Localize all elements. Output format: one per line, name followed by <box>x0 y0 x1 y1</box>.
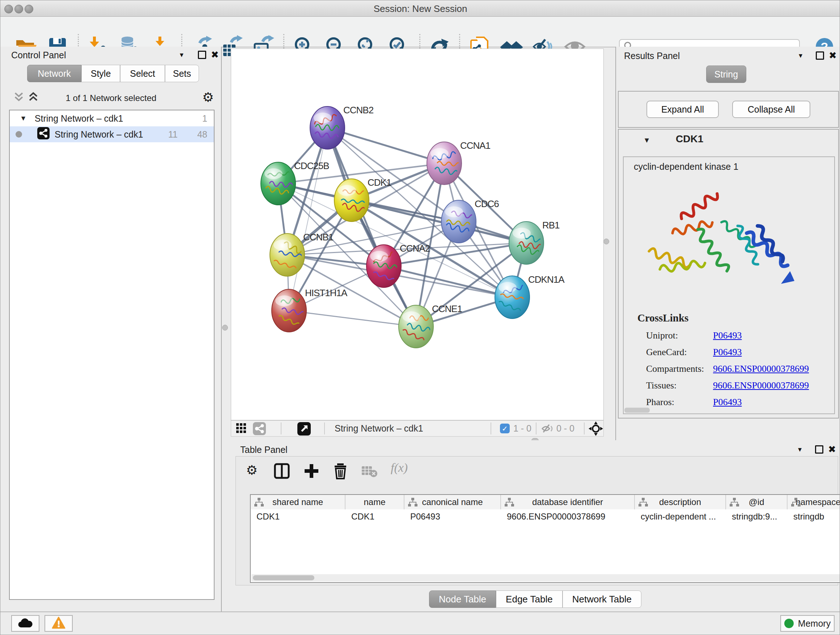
memory-label: Memory <box>798 618 831 629</box>
expand-all-button[interactable]: Expand All <box>646 101 719 118</box>
node-label-CDKN1A: CDKN1A <box>528 274 565 285</box>
network-node-CCNB1[interactable]: CCNB1 <box>270 232 333 276</box>
crosslink-row: Pharos:P06493 <box>646 394 831 410</box>
tab-string[interactable]: String <box>706 65 746 83</box>
crosslink-row: Uniprot:P06493 <box>646 327 831 344</box>
node-label-HIST1H1A: HIST1H1A <box>305 287 347 298</box>
panel-float-icon[interactable] <box>816 51 824 60</box>
string-network-graph[interactable]: CCNB2CCNA1CDC25BCDK1CDC6RB1CCNB1CCNA2CDK… <box>231 49 603 420</box>
table-horizontal-scrollbar[interactable] <box>251 574 840 581</box>
hidden-items-icon[interactable] <box>542 423 554 435</box>
tab-sets[interactable]: Sets <box>165 65 199 82</box>
tab-node-table[interactable]: Node Table <box>429 591 496 608</box>
application-window: Session: New Session ? Control Panel <box>0 0 840 635</box>
network-node-HIST1H1A[interactable]: HIST1H1A <box>272 287 347 332</box>
warning-status-button[interactable] <box>44 615 73 632</box>
tab-select[interactable]: Select <box>120 65 165 82</box>
uniprot-link[interactable]: P06493 <box>713 330 742 341</box>
tree-column-icon <box>729 498 739 507</box>
tab-network[interactable]: Network <box>27 65 81 82</box>
collapse-all-button[interactable]: Collapse All <box>732 101 810 118</box>
protein-detail-box: cyclin-dependent kinase 1 CrossLinks Uni… <box>623 157 835 414</box>
column-header-database-identifier[interactable]: database identifier <box>501 495 635 509</box>
column-header-namespace[interactable]: namespace <box>788 495 840 509</box>
add-column-icon[interactable] <box>303 463 320 479</box>
collection-count: 1 <box>202 113 207 124</box>
network-node-CCNE1[interactable]: CCNE1 <box>399 303 462 348</box>
network-status-dot <box>16 131 22 138</box>
table-container: ⚙ f(x) shared namenamecanonical namedata… <box>235 456 838 585</box>
pharos-link[interactable]: P06493 <box>713 397 742 408</box>
crosslink-row: Tissues:9606.ENSP00000378699 <box>646 377 831 394</box>
birds-eye-view-icon[interactable] <box>236 423 247 435</box>
network-node-CDKN1A[interactable]: CDKN1A <box>495 274 565 318</box>
tab-style[interactable]: Style <box>81 65 120 82</box>
tab-network-table[interactable]: Network Table <box>562 591 641 608</box>
panel-menu-icon[interactable]: ▾ <box>180 50 183 59</box>
cloud-status-button[interactable] <box>11 615 39 632</box>
left-splitter-handle[interactable] <box>222 325 228 331</box>
network-collection-row[interactable]: ▼ String Network – cdk1 1 <box>10 111 214 126</box>
column-header-canonical-name[interactable]: canonical name <box>404 495 501 509</box>
column-label: shared name <box>272 497 323 507</box>
open-external-link-icon[interactable] <box>297 422 311 437</box>
delete-column-icon[interactable] <box>332 463 349 479</box>
protein-expander-icon[interactable]: ▼ <box>643 136 651 144</box>
protein-section: ▼ CDK1 cyclin-dependent kinase 1 CrossLi… <box>618 129 839 418</box>
tab-edge-table[interactable]: Edge Table <box>496 591 562 608</box>
table-cell[interactable]: CDK1 <box>346 509 404 524</box>
memory-status-button[interactable]: Memory <box>780 615 835 632</box>
network-edge-count: 48 <box>197 129 207 140</box>
crosslink-row: Compartments:9606.ENSP00000378699 <box>646 361 831 377</box>
column-header-shared-name[interactable]: shared name <box>251 495 346 509</box>
function-builder-button[interactable]: f(x) <box>391 461 408 475</box>
network-node-CDC25B[interactable]: CDC25B <box>261 160 329 205</box>
network-options-gear-icon[interactable]: ⚙ <box>202 91 214 104</box>
panel-float-icon[interactable] <box>815 445 823 454</box>
network-selection-status: 1 of 1 Network selected <box>0 93 222 103</box>
panel-close-icon[interactable]: ✖ <box>211 50 219 59</box>
table-cell[interactable]: stringdb <box>788 509 840 524</box>
collection-expander-icon[interactable]: ▼ <box>20 114 27 122</box>
selected-items-checkbox[interactable]: ✓ <box>500 424 510 433</box>
share-network-icon[interactable] <box>253 422 266 437</box>
network-row[interactable]: String Network – cdk1 11 48 <box>10 126 214 142</box>
toolbar-separator <box>536 423 537 434</box>
column-label: description <box>659 497 701 507</box>
column-label: name <box>363 497 385 507</box>
crosshair-icon[interactable] <box>589 421 603 437</box>
panel-menu-icon[interactable]: ▾ <box>799 51 802 60</box>
network-node-CCNB2[interactable]: CCNB2 <box>310 105 374 149</box>
cloud-icon <box>18 617 33 630</box>
delete-table-icon[interactable] <box>361 463 378 479</box>
tree-column-icon <box>408 498 417 507</box>
table-cell[interactable]: P06493 <box>404 509 501 524</box>
control-panel-title: Control Panel <box>11 50 66 60</box>
genecard-link[interactable]: P06493 <box>713 347 742 358</box>
detail-scrollbar-thumb[interactable] <box>624 408 650 413</box>
toolbar-separator <box>281 423 281 434</box>
network-view-canvas[interactable]: CCNB2CCNA1CDC25BCDK1CDC6RB1CCNB1CCNA2CDK… <box>231 49 604 420</box>
network-node-CDC6[interactable]: CDC6 <box>441 198 499 243</box>
panel-float-icon[interactable] <box>198 51 206 59</box>
panel-close-icon[interactable]: ✖ <box>828 445 836 454</box>
panel-menu-icon[interactable]: ▾ <box>798 445 802 454</box>
tissues-link[interactable]: 9606.ENSP00000378699 <box>713 380 809 391</box>
show-columns-icon[interactable] <box>273 463 290 479</box>
table-cell[interactable]: cyclin-dependent ... <box>635 509 726 524</box>
table-cell[interactable]: stringdb:9... <box>726 509 788 524</box>
right-splitter-handle[interactable] <box>603 239 609 244</box>
column-header--id[interactable]: @id <box>726 495 788 509</box>
column-label: namespace <box>796 497 840 507</box>
column-header-name[interactable]: name <box>346 495 404 509</box>
table-options-gear-icon[interactable]: ⚙ <box>246 464 257 477</box>
table-cell[interactable]: 9606.ENSP00000378699 <box>501 509 635 524</box>
network-node-RB1[interactable]: RB1 <box>509 220 560 264</box>
column-header-description[interactable]: description <box>635 495 726 509</box>
scrollbar-thumb[interactable] <box>253 575 314 580</box>
panel-close-icon[interactable]: ✖ <box>829 51 837 60</box>
column-label: @id <box>748 497 764 507</box>
table-cell[interactable]: CDK1 <box>251 509 346 524</box>
compartments-link[interactable]: 9606.ENSP00000378699 <box>713 363 809 374</box>
crosslinks-list: Uniprot:P06493 GeneCard:P06493 Compartme… <box>646 327 831 410</box>
